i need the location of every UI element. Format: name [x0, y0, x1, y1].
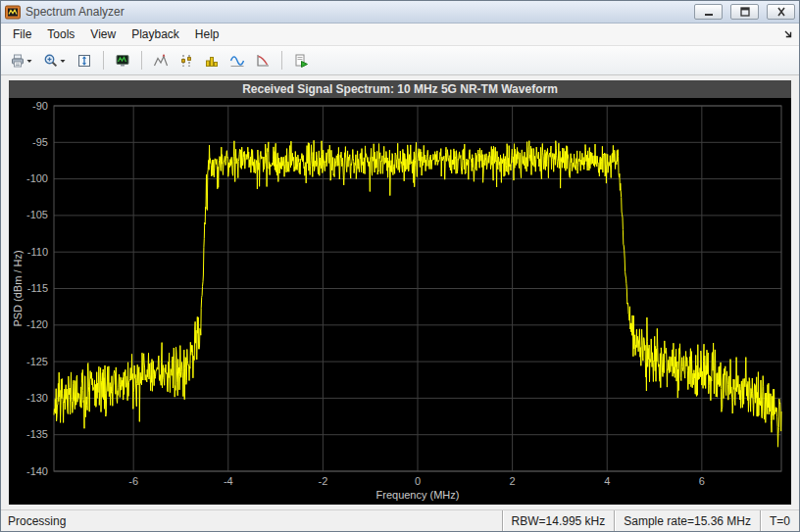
- x-tick-label: 0: [415, 475, 421, 487]
- distortion-measurements-icon: [229, 53, 245, 69]
- status-sample-rate: Sample rate=15.36 MHz: [614, 510, 760, 531]
- menu-playback[interactable]: Playback: [124, 24, 187, 44]
- y-tick-label: -125: [26, 356, 48, 367]
- maximize-icon: [737, 6, 753, 18]
- toolbar-separator: [141, 51, 142, 70]
- cursor-measurements-icon: [178, 53, 194, 69]
- dock-arrow-icon[interactable]: [782, 28, 794, 40]
- plot-title: Received Signal Spectrum: 10 MHz 5G NR-T…: [242, 82, 558, 96]
- dropdown-arrow-icon: [59, 53, 67, 69]
- y-tick-label: -95: [32, 136, 48, 148]
- plot-background: [9, 80, 791, 505]
- menu-view[interactable]: View: [82, 24, 124, 44]
- toolbar-separator: [103, 51, 104, 70]
- run-icon: [293, 53, 309, 69]
- minimize-button[interactable]: [694, 4, 723, 20]
- zoom-button[interactable]: [39, 49, 71, 73]
- spectrum-settings-icon: [115, 53, 130, 69]
- spectrum-analyzer-window: Spectrum Analyzer File Tools View Playba…: [0, 0, 800, 532]
- full-span-button[interactable]: [73, 49, 96, 73]
- cursor-measurements-button[interactable]: [175, 49, 198, 73]
- menu-file[interactable]: File: [5, 24, 39, 44]
- y-tick-label: -135: [26, 428, 48, 440]
- export-icon: [10, 53, 25, 69]
- distortion-measurements-button[interactable]: [225, 49, 249, 73]
- full-span-icon: [76, 53, 92, 69]
- toolbar: [1, 46, 799, 75]
- x-tick-label: -2: [318, 475, 327, 487]
- status-rbw: RBW=14.995 kHz: [502, 510, 615, 531]
- close-icon: [774, 6, 789, 18]
- y-tick-label: -130: [26, 392, 48, 404]
- x-tick-label: 6: [699, 475, 705, 487]
- y-tick-label: -90: [32, 100, 48, 112]
- channel-measurements-button[interactable]: [200, 49, 224, 73]
- title-bar[interactable]: Spectrum Analyzer: [1, 1, 799, 24]
- x-tick-label: -6: [128, 475, 138, 487]
- x-tick-label: 4: [604, 475, 610, 487]
- x-tick-label: -4: [224, 475, 233, 487]
- x-axis-label: Frequency (MHz): [376, 489, 460, 501]
- menu-tools[interactable]: Tools: [39, 24, 82, 44]
- peak-finder-button[interactable]: [149, 49, 173, 73]
- plot-area[interactable]: Received Signal Spectrum: 10 MHz 5G NR-T…: [1, 75, 799, 509]
- spectrum-analyzer-icon: [5, 5, 21, 20]
- spectrum-settings-button[interactable]: [111, 49, 134, 73]
- status-message: Processing: [1, 510, 502, 531]
- menu-help[interactable]: Help: [187, 24, 227, 44]
- peak-finder-icon: [153, 53, 169, 69]
- playback-run-button[interactable]: [289, 49, 313, 73]
- ccdf-icon: [255, 53, 271, 69]
- y-tick-label: -140: [26, 465, 48, 477]
- status-time: T=0: [760, 510, 799, 531]
- y-axis-label: PSD (dBm / Hz): [12, 250, 24, 326]
- channel-measurements-icon: [204, 53, 220, 69]
- x-tick-label: 2: [510, 475, 516, 487]
- window-title: Spectrum Analyzer: [25, 5, 686, 19]
- y-tick-label: -105: [26, 209, 48, 220]
- close-button[interactable]: [767, 4, 795, 20]
- status-bar: Processing RBW=14.995 kHz Sample rate=15…: [1, 509, 799, 531]
- y-tick-label: -120: [26, 318, 48, 330]
- y-tick-label: -115: [27, 282, 48, 294]
- spectrum-chart[interactable]: Received Signal Spectrum: 10 MHz 5G NR-T…: [9, 80, 791, 505]
- y-tick-label: -110: [27, 246, 48, 258]
- dropdown-arrow-icon: [25, 53, 33, 69]
- ccdf-measurements-button[interactable]: [251, 49, 275, 73]
- zoom-icon: [43, 53, 59, 69]
- maximize-button[interactable]: [730, 4, 759, 20]
- y-tick-label: -100: [26, 172, 48, 184]
- export-button[interactable]: [6, 49, 37, 73]
- minimize-icon: [701, 6, 717, 18]
- menu-bar: File Tools View Playback Help: [1, 24, 799, 46]
- toolbar-separator: [281, 51, 282, 70]
